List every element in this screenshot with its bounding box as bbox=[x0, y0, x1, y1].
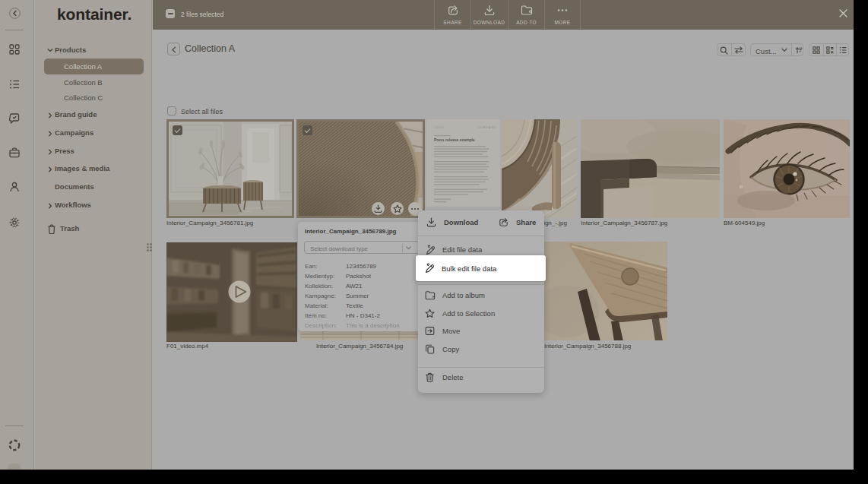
svg-text:Press release example: Press release example bbox=[434, 138, 475, 142]
svg-text:LOGO: LOGO bbox=[434, 126, 445, 129]
svg-text:COMPANY: COMPANY bbox=[478, 126, 496, 129]
